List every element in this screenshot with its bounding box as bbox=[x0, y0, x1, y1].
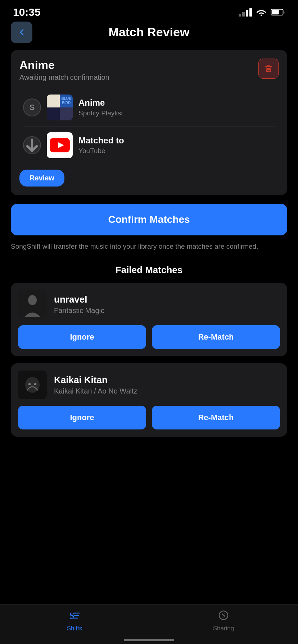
back-button[interactable] bbox=[11, 22, 32, 43]
failed-actions-unravel: Ignore Re-Match bbox=[18, 325, 280, 349]
destination-service: YouTube bbox=[78, 147, 275, 155]
tab-sharing[interactable]: S Sharing bbox=[149, 605, 298, 637]
kaikai-artwork bbox=[18, 371, 47, 399]
svg-text:S: S bbox=[221, 612, 225, 619]
review-button[interactable]: Review bbox=[19, 170, 64, 187]
section-line-right bbox=[188, 270, 287, 270]
failed-name-kaikai: Kaikai Kitan bbox=[54, 374, 280, 386]
failed-card-top-unravel: unravel Fantastic Magic bbox=[18, 290, 280, 319]
playlist-card-header: Anime Awaiting match confirmation bbox=[19, 59, 279, 82]
ignore-button-unravel[interactable]: Ignore bbox=[18, 325, 146, 349]
failed-artist-unravel: Fantastic Magic bbox=[54, 307, 280, 315]
tab-bar: S Shifts S Sharing bbox=[0, 604, 298, 644]
section-line-left bbox=[11, 270, 110, 270]
shifts-icon: S bbox=[69, 610, 80, 624]
unravel-artwork bbox=[18, 290, 47, 319]
failed-name-unravel: unravel bbox=[54, 294, 280, 305]
source-name: Anime bbox=[78, 98, 275, 108]
source-row: S BLUE BIRD Anime Spotify Pla bbox=[23, 89, 275, 126]
nav-bar: Match Review bbox=[0, 22, 298, 46]
ignore-button-kaikai[interactable]: Ignore bbox=[18, 406, 146, 429]
section-title: Failed Matches bbox=[116, 264, 182, 276]
page-title: Match Review bbox=[109, 25, 190, 39]
svg-point-5 bbox=[28, 295, 37, 305]
failed-info-unravel: unravel Fantastic Magic bbox=[54, 294, 280, 315]
failed-card-unravel: unravel Fantastic Magic Ignore Re-Match bbox=[11, 283, 287, 356]
main-content: Anime Awaiting match confirmation S bbox=[0, 46, 298, 487]
status-time: 10:35 bbox=[13, 6, 41, 18]
status-icons bbox=[239, 8, 285, 17]
spotify-service-icon: S bbox=[23, 98, 41, 116]
svg-rect-1 bbox=[272, 10, 279, 15]
playlist-card-title-block: Anime Awaiting match confirmation bbox=[19, 59, 109, 82]
source-service: Spotify Playlist bbox=[78, 109, 275, 117]
signal-icon bbox=[239, 8, 252, 17]
destination-info: Matched to YouTube bbox=[78, 135, 275, 155]
status-bar: 10:35 bbox=[0, 0, 298, 22]
destination-row: Matched to YouTube bbox=[23, 126, 275, 164]
delete-button[interactable] bbox=[258, 59, 279, 79]
youtube-logo bbox=[47, 132, 73, 158]
svg-point-9 bbox=[34, 383, 36, 385]
battery-icon bbox=[271, 9, 285, 16]
destination-label: Matched to bbox=[78, 135, 275, 146]
sharing-icon: S bbox=[218, 610, 229, 624]
destination-artwork bbox=[47, 132, 73, 158]
failed-card-kaikai: Kaikai Kitan Kaikai Kitan / Ao No Waltz … bbox=[11, 363, 287, 437]
failed-card-top-kaikai: Kaikai Kitan Kaikai Kitan / Ao No Waltz bbox=[18, 371, 280, 399]
rematch-button-kaikai[interactable]: Re-Match bbox=[152, 406, 280, 429]
match-flow: S BLUE BIRD Anime Spotify Pla bbox=[19, 89, 279, 164]
source-info: Anime Spotify Playlist bbox=[78, 98, 275, 117]
home-indicator bbox=[124, 639, 174, 641]
tab-shifts-label: Shifts bbox=[67, 625, 82, 632]
rematch-button-unravel[interactable]: Re-Match bbox=[152, 325, 280, 349]
confirm-matches-button[interactable]: Confirm Matches bbox=[11, 204, 287, 235]
svg-point-8 bbox=[28, 383, 31, 385]
tab-sharing-label: Sharing bbox=[213, 625, 234, 632]
tab-shifts[interactable]: S Shifts bbox=[0, 605, 149, 637]
playlist-card-subtitle: Awaiting match confirmation bbox=[19, 73, 109, 82]
confirm-note: SongShift will transfer the music into y… bbox=[11, 242, 287, 252]
playlist-card-title: Anime bbox=[19, 59, 109, 72]
source-artwork: BLUE BIRD bbox=[47, 95, 73, 120]
failed-actions-kaikai: Ignore Re-Match bbox=[18, 406, 280, 429]
failed-info-kaikai: Kaikai Kitan Kaikai Kitan / Ao No Waltz bbox=[54, 374, 280, 395]
wifi-icon bbox=[256, 9, 266, 16]
failed-artist-kaikai: Kaikai Kitan / Ao No Waltz bbox=[54, 387, 280, 395]
arrow-down-icon bbox=[23, 136, 41, 154]
failed-matches-header: Failed Matches bbox=[11, 264, 287, 276]
playlist-card: Anime Awaiting match confirmation S bbox=[11, 50, 287, 195]
